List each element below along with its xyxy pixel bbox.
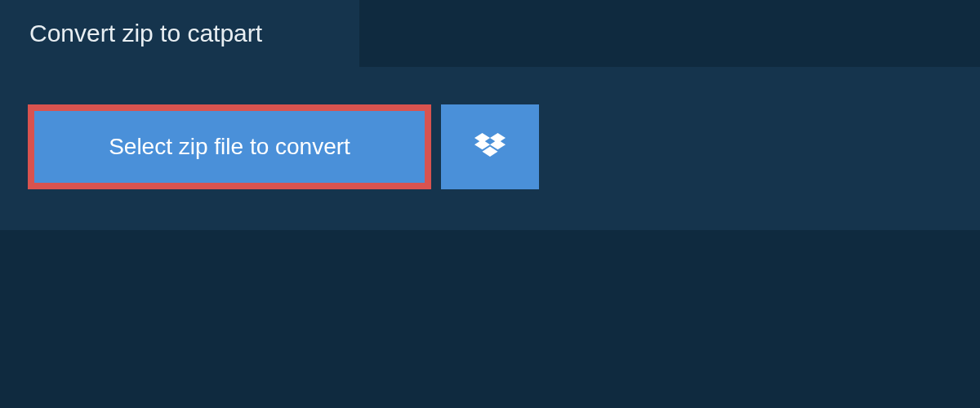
select-file-button-label: Select zip file to convert xyxy=(109,134,350,160)
tab-convert[interactable]: Convert zip to catpart xyxy=(0,0,359,67)
dropbox-icon xyxy=(474,132,506,162)
dropbox-button[interactable] xyxy=(441,104,539,189)
tab-label: Convert zip to catpart xyxy=(29,20,262,47)
button-row: Select zip file to convert xyxy=(28,104,952,189)
tab-bar: Convert zip to catpart xyxy=(0,0,980,67)
select-file-button[interactable]: Select zip file to convert xyxy=(28,104,431,189)
convert-panel: Select zip file to convert xyxy=(0,67,980,230)
